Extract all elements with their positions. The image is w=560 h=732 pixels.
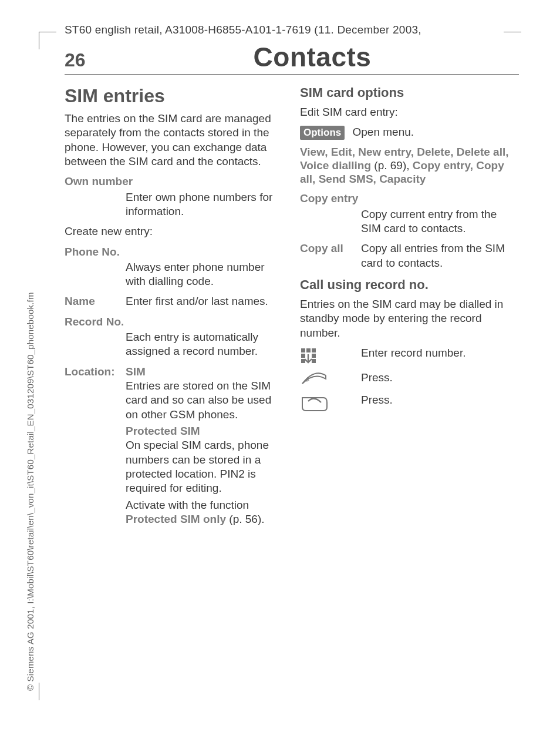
name-label: Name (65, 294, 126, 308)
location-text: Entries are stored on the SIM card and s… (126, 380, 271, 421)
enter-record-text: Enter record number. (361, 346, 519, 365)
page-title: Contacts (106, 41, 519, 73)
own-number-label: Own number (65, 174, 284, 189)
options-row: Options Open menu. (300, 125, 519, 140)
record-no-text: Each entry is automatically assigned a r… (126, 330, 284, 359)
document-header: ST60 english retail, A31008-H6855-A101-1… (65, 23, 519, 36)
name-text: Enter first and/or last names. (126, 294, 284, 308)
location-value: SIM (126, 365, 146, 378)
press-call-text: Press. (361, 393, 519, 412)
left-column: SIM entries The entries on the SIM card … (65, 85, 284, 532)
crop-mark-tl (39, 32, 56, 49)
svg-rect-3 (301, 354, 305, 358)
protected-sim-text: On special SIM cards, phone numbers can … (126, 439, 269, 494)
svg-rect-4 (312, 354, 316, 358)
call-intro-text: Entries on the SIM card may be dialled i… (300, 297, 519, 340)
svg-rect-2 (312, 348, 316, 352)
call-key-icon (300, 393, 361, 412)
right-column: SIM card options Edit SIM card entry: Op… (300, 85, 519, 532)
own-number-text: Enter own phone numbers for information. (126, 190, 284, 219)
open-menu-text: Open menu. (353, 126, 414, 138)
crop-mark-bl (39, 683, 56, 700)
options-badge: Options (300, 126, 345, 140)
sidebar-copyright: © Siemens AG 2001, I:\Mobil\ST60\retail\… (25, 292, 35, 691)
activate-text: Activate with the function Protected SIM… (126, 498, 284, 527)
keypad-icon (300, 346, 361, 365)
svg-text:#: # (306, 376, 310, 383)
title-row: 26 Contacts (65, 41, 519, 75)
heading-call-using-record-no: Call using record no. (300, 277, 519, 293)
page-number: 26 (65, 49, 106, 71)
press-hash-text: Press. (361, 371, 519, 387)
copy-entry-text: Copy current entry from the SIM card to … (361, 207, 519, 236)
svg-rect-1 (306, 348, 311, 352)
svg-rect-0 (301, 348, 305, 352)
phone-no-label: Phone No. (65, 245, 284, 259)
edit-sim-entry-text: Edit SIM card entry: (300, 105, 519, 119)
menu-items: View, Edit, New entry, Delete, Delete al… (300, 146, 519, 186)
svg-rect-6 (312, 359, 316, 363)
intro-paragraph: The entries on the SIM card are managed … (65, 112, 284, 169)
protected-sim-label: Protected SIM (126, 425, 200, 437)
heading-sim-card-options: SIM card options (300, 85, 519, 100)
copy-entry-label: Copy entry (300, 192, 519, 206)
location-label: Location: (65, 365, 126, 422)
record-no-label: Record No. (65, 315, 284, 329)
phone-no-text: Always enter phone number with dialling … (126, 260, 284, 289)
hash-key-icon: # (300, 371, 361, 387)
copy-all-text: Copy all entries from the SIM card to co… (361, 241, 519, 270)
copy-all-label: Copy all (300, 241, 361, 270)
create-new-entry: Create new entry: (65, 224, 284, 239)
heading-sim-entries: SIM entries (65, 85, 284, 107)
